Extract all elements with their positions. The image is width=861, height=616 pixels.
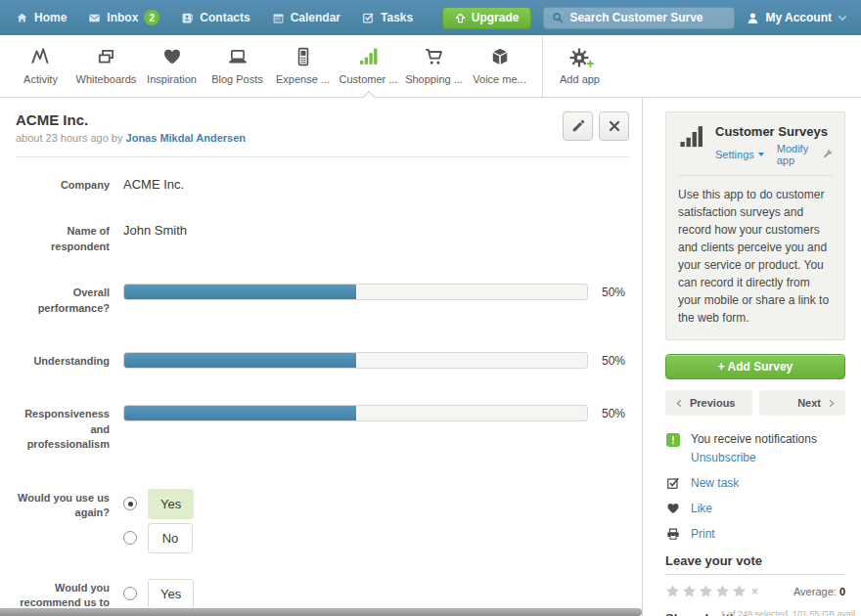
upgrade-arrow-icon <box>455 13 466 23</box>
radio-button[interactable] <box>123 531 137 545</box>
task-checkbox-icon <box>665 475 681 490</box>
tab-expense[interactable]: Expense ... <box>270 35 336 97</box>
upgrade-button[interactable]: Upgrade <box>442 7 532 29</box>
field-label: Name of respondent <box>16 222 110 254</box>
top-navigation-bar: HomeInbox2ContactsCalendarTasks Upgrade … <box>0 0 861 35</box>
nav-item-inbox[interactable]: Inbox2 <box>88 10 159 25</box>
right-sidebar: Customer Surveys Settings Modify app Use… <box>642 98 861 616</box>
star-icon[interactable] <box>715 584 730 598</box>
vote-average: Average: 0 <box>793 586 845 597</box>
previous-button[interactable]: Previous <box>665 390 752 416</box>
nav-label: Inbox <box>107 11 138 24</box>
next-button[interactable]: Next <box>759 390 846 416</box>
field-value: John Smith <box>123 222 187 254</box>
upgrade-label: Upgrade <box>472 11 520 24</box>
plus-icon: + <box>586 57 594 70</box>
edit-button[interactable] <box>563 111 593 141</box>
option-box[interactable]: Yes <box>148 489 194 519</box>
package-icon <box>490 47 510 66</box>
star-icon[interactable] <box>732 584 747 598</box>
bar-chart-icon <box>359 47 379 66</box>
phone-icon <box>294 47 313 66</box>
nav-label: Calendar <box>291 11 340 24</box>
tab-shopping[interactable]: Shopping ... <box>401 35 467 97</box>
settings-link[interactable]: Settings <box>715 143 764 166</box>
record-meta: about 23 hours ago by Jonas Mikdal Ander… <box>16 132 246 144</box>
modify-app-link[interactable]: Modify app <box>777 143 833 166</box>
progress-bar-fill <box>124 353 356 368</box>
my-account-menu[interactable]: My Account <box>747 11 847 24</box>
progress-bar <box>123 405 588 421</box>
unsubscribe-link[interactable]: Unsubscribe <box>691 450 817 464</box>
add-app-button[interactable]: + Add app <box>542 35 616 97</box>
star-icon[interactable] <box>699 584 713 598</box>
field-would-you-use-us-again: Would you use us again?YesNo <box>16 489 629 553</box>
like-link[interactable]: Like <box>691 501 712 515</box>
nav-label: Tasks <box>381 11 413 24</box>
tab-inspiration[interactable]: Inspiration <box>139 35 204 97</box>
field-label: Responsiveness and professionalism <box>16 405 110 452</box>
background-status-text: 1 of 248 selected, 101.55 GB avail <box>720 609 855 616</box>
field-company: CompanyACME Inc. <box>16 176 629 193</box>
close-button[interactable] <box>599 111 629 141</box>
progress-value: 50% <box>602 405 629 452</box>
tab-label: Customer ... <box>340 73 398 85</box>
app-title: Customer Surveys <box>715 124 833 139</box>
tab-label: Activity <box>23 73 58 85</box>
nav-item-calendar[interactable]: Calendar <box>272 11 340 24</box>
heart-icon <box>162 47 182 66</box>
home-icon <box>16 12 28 24</box>
tab-whiteboards[interactable]: Whiteboards <box>73 35 139 97</box>
clear-vote-icon[interactable]: × <box>751 585 758 598</box>
horizontal-scrollbar[interactable] <box>0 608 642 616</box>
envelope-icon <box>88 12 101 24</box>
star-icon[interactable] <box>682 584 697 598</box>
nav-item-tasks[interactable]: Tasks <box>362 11 413 24</box>
field-responsiveness-and-professionalism: Responsiveness and professionalism50% <box>16 405 629 452</box>
radio-option-yes[interactable]: Yes <box>123 489 194 519</box>
new-task-link[interactable]: New task <box>691 475 739 490</box>
tab-label: Expense ... <box>276 73 330 85</box>
nav-item-home[interactable]: Home <box>16 11 67 24</box>
cart-icon <box>425 47 444 66</box>
search-icon <box>552 12 564 23</box>
meta-prefix: about 23 hours ago by <box>16 132 122 144</box>
tab-activity[interactable]: Activity <box>8 35 73 97</box>
add-survey-button[interactable]: + Add Survey <box>665 354 845 379</box>
notification-icon: ! <box>666 433 680 447</box>
chevron-right-icon <box>828 398 836 409</box>
search-input[interactable]: Search Customer Surve <box>543 7 735 29</box>
radio-button[interactable] <box>123 587 137 600</box>
content-area: ACME Inc. about 23 hours ago by Jonas Mi… <box>0 98 861 616</box>
print-link[interactable]: Print <box>691 526 715 541</box>
account-label: My Account <box>765 11 832 24</box>
notification-text: You receive notifications <box>691 432 817 446</box>
printer-icon <box>665 526 681 541</box>
tab-voice-me[interactable]: Voice me... <box>467 35 532 97</box>
progress-value: 50% <box>602 352 629 369</box>
radio-option-yes[interactable]: Yes <box>123 579 194 609</box>
topbar-right: Upgrade Search Customer Surve My Account <box>442 7 847 29</box>
option-box[interactable]: No <box>148 523 193 553</box>
field-label: Company <box>16 176 110 193</box>
progress-bar-fill <box>124 406 356 420</box>
nav-item-contacts[interactable]: Contacts <box>181 11 249 24</box>
calendar-icon <box>272 12 285 24</box>
nav-label: Home <box>34 11 67 24</box>
author-link[interactable]: Jonas Mikdal Andersen <box>126 132 246 144</box>
radio-option-no[interactable]: No <box>123 523 194 553</box>
primary-nav: HomeInbox2ContactsCalendarTasks <box>16 10 413 25</box>
record-detail: ACME Inc. about 23 hours ago by Jonas Mi… <box>0 98 642 616</box>
tab-label: Inspiration <box>147 73 197 85</box>
vote-stars <box>665 584 747 598</box>
field-label: Understanding <box>16 352 110 369</box>
record-header-text: ACME Inc. about 23 hours ago by Jonas Mi… <box>16 111 246 144</box>
chevron-left-icon <box>675 398 683 409</box>
star-icon[interactable] <box>665 584 680 598</box>
radio-button[interactable] <box>123 497 137 510</box>
tab-customer[interactable]: Customer ... <box>336 35 401 97</box>
option-box[interactable]: Yes <box>148 579 194 609</box>
tab-blog-posts[interactable]: Blog Posts <box>204 35 270 97</box>
progress-bar <box>123 352 588 369</box>
field-name-of-respondent: Name of respondentJohn Smith <box>16 222 629 254</box>
